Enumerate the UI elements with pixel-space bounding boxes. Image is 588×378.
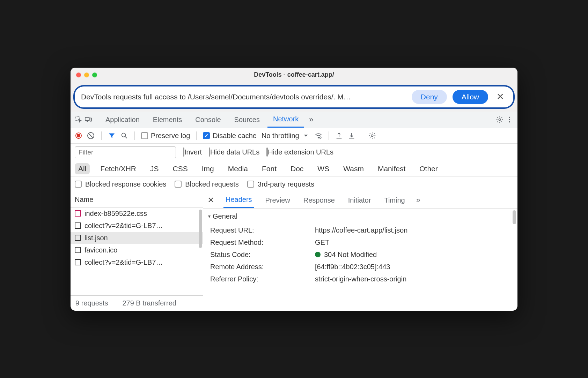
general-section-header[interactable]: General — [203, 209, 517, 224]
request-row[interactable]: index-b859522e.css — [71, 207, 203, 220]
request-name: collect?v=2&tid=G-LB7… — [84, 258, 163, 266]
kv-row: Referrer Policy:strict-origin-when-cross… — [203, 273, 517, 285]
record-button[interactable] — [75, 133, 82, 139]
type-wasm[interactable]: Wasm — [340, 163, 367, 174]
clear-icon[interactable] — [87, 131, 95, 140]
tab-network[interactable]: Network — [267, 112, 304, 128]
tab-initiator[interactable]: Initiator — [346, 193, 373, 208]
inspect-icon[interactable] — [75, 116, 82, 123]
network-toolbar: Preserve log Disable cache No throttling — [71, 128, 517, 144]
blocked-requests-checkbox[interactable]: Blocked requests — [175, 180, 238, 188]
request-count: 9 requests — [75, 299, 115, 307]
tab-headers[interactable]: Headers — [223, 192, 254, 208]
traffic-lights — [76, 73, 97, 77]
maximize-window-button[interactable] — [92, 73, 97, 77]
close-window-button[interactable] — [76, 73, 81, 77]
transferred-size: 279 B transferred — [122, 299, 176, 307]
allow-button[interactable]: Allow — [453, 90, 488, 104]
referrer-policy-key: Referrer Policy: — [210, 275, 315, 283]
download-icon[interactable] — [348, 132, 355, 139]
tab-elements[interactable]: Elements — [147, 112, 188, 127]
gear-icon[interactable] — [496, 116, 504, 123]
status-dot-icon — [315, 252, 321, 257]
type-js[interactable]: JS — [147, 163, 162, 174]
scrollbar[interactable] — [199, 210, 202, 248]
more-tabs-icon[interactable]: » — [306, 115, 316, 124]
main-split: Name index-b859522e.css collect?v=2&tid=… — [71, 192, 517, 311]
request-method-value: GET — [315, 239, 510, 247]
svg-point-10 — [319, 137, 321, 138]
kv-row: Status Code:304 Not Modified — [203, 249, 517, 261]
invert-checkbox[interactable]: Invert — [183, 148, 202, 156]
type-other[interactable]: Other — [416, 163, 441, 174]
tab-timing[interactable]: Timing — [382, 193, 407, 208]
tab-console[interactable]: Console — [190, 112, 226, 127]
remote-address-key: Remote Address: — [210, 263, 315, 271]
type-font[interactable]: Font — [258, 163, 280, 174]
network-settings-icon[interactable] — [368, 132, 376, 139]
panel-tabs: Application Elements Console Sources Net… — [71, 112, 517, 128]
type-doc[interactable]: Doc — [287, 163, 307, 174]
type-media[interactable]: Media — [225, 163, 251, 174]
request-row[interactable]: favicon.ico — [71, 244, 203, 256]
blocked-cookies-checkbox[interactable]: Blocked response cookies — [75, 180, 166, 188]
tab-response[interactable]: Response — [301, 193, 337, 208]
svg-rect-1 — [85, 118, 89, 121]
status-code-value: 304 Not Modified — [324, 251, 377, 259]
override-icon — [75, 210, 81, 217]
tab-application[interactable]: Application — [100, 112, 145, 127]
kebab-icon[interactable] — [506, 116, 513, 123]
permission-bar: DevTools requests full access to /Users/… — [73, 85, 515, 109]
hide-extension-urls-checkbox[interactable]: Hide extension URLs — [266, 148, 333, 156]
filter-icon[interactable] — [108, 132, 116, 139]
request-row[interactable]: list.json — [71, 232, 203, 244]
status-code-key: Status Code: — [210, 251, 315, 259]
more-detail-tabs-icon[interactable]: » — [416, 196, 420, 205]
svg-point-4 — [509, 117, 510, 118]
svg-point-8 — [122, 133, 126, 137]
scrollbar[interactable] — [513, 210, 516, 224]
request-name: favicon.ico — [84, 246, 118, 254]
blocked-requests-label: Blocked requests — [185, 180, 238, 188]
upload-icon[interactable] — [335, 132, 343, 139]
request-url-key: Request URL: — [210, 226, 315, 234]
request-row[interactable]: collect?v=2&tid=G-LB7… — [71, 256, 203, 269]
tab-preview[interactable]: Preview — [263, 193, 292, 208]
referrer-policy-value: strict-origin-when-cross-origin — [315, 275, 510, 283]
thirdparty-checkbox[interactable]: 3rd-party requests — [247, 180, 314, 188]
disable-cache-checkbox[interactable]: Disable cache — [203, 132, 257, 140]
request-row[interactable]: collect?v=2&tid=G-LB7… — [71, 220, 203, 232]
close-details-icon[interactable]: ✕ — [207, 195, 214, 205]
name-column-header[interactable]: Name — [71, 192, 203, 207]
close-icon[interactable]: ✕ — [494, 91, 507, 102]
type-img[interactable]: Img — [198, 163, 218, 174]
type-manifest[interactable]: Manifest — [374, 163, 409, 174]
blocked-cookies-label: Blocked response cookies — [85, 180, 166, 188]
tab-sources[interactable]: Sources — [229, 112, 265, 127]
detail-tabs: ✕ Headers Preview Response Initiator Tim… — [203, 192, 517, 209]
wifi-settings-icon[interactable] — [315, 132, 322, 139]
svg-point-9 — [318, 137, 319, 138]
request-name: collect?v=2&tid=G-LB7… — [84, 222, 163, 230]
type-filter-row: All Fetch/XHR JS CSS Img Media Font Doc … — [71, 161, 517, 177]
type-fetch[interactable]: Fetch/XHR — [97, 163, 140, 174]
hide-ext-label: Hide extension URLs — [268, 148, 333, 156]
thirdparty-label: 3rd-party requests — [258, 180, 314, 188]
type-ws[interactable]: WS — [314, 163, 333, 174]
search-icon[interactable] — [120, 132, 128, 139]
invert-label: Invert — [184, 148, 202, 156]
blocked-row: Blocked response cookies Blocked request… — [71, 177, 517, 192]
device-icon[interactable] — [84, 116, 92, 123]
svg-point-6 — [509, 121, 510, 123]
hide-data-urls-checkbox[interactable]: Hide data URLs — [209, 148, 259, 156]
filter-input[interactable] — [75, 146, 176, 158]
svg-rect-2 — [90, 118, 92, 121]
kv-row: Request URL:https://coffee-cart.app/list… — [203, 224, 517, 236]
throttling-select[interactable]: No throttling — [262, 132, 310, 140]
deny-button[interactable]: Deny — [412, 90, 447, 104]
type-css[interactable]: CSS — [169, 163, 191, 174]
minimize-window-button[interactable] — [84, 73, 89, 77]
preserve-log-checkbox[interactable]: Preserve log — [141, 132, 190, 140]
resource-icon — [75, 235, 81, 241]
type-all[interactable]: All — [75, 163, 90, 174]
